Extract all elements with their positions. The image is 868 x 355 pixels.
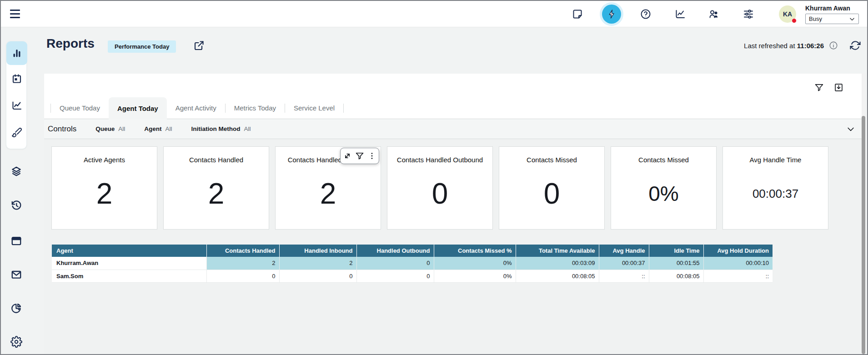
filter-initiation-method[interactable]: Initiation MethodAll [191, 125, 251, 132]
avatar-initials: KA [783, 10, 792, 18]
report-panel: Queue Today Agent Today Agent Activity M… [44, 74, 862, 354]
sidebar-item-pie-chart[interactable] [10, 302, 22, 314]
gear-icon [10, 336, 22, 348]
window-icon [10, 235, 22, 247]
report-badge: Performance Today [108, 40, 176, 53]
top-navigation-bar: KA Khurram Awan Busy [1, 1, 867, 27]
filter-agent[interactable]: AgentAll [144, 125, 172, 132]
tab-metrics-today[interactable]: Metrics Today [226, 97, 285, 119]
sidebar-item-history[interactable] [10, 200, 22, 211]
sidebar-item-calendar[interactable] [6, 65, 27, 92]
download-icon[interactable] [834, 83, 843, 92]
last-refreshed-time: 11:06:26 [797, 42, 824, 50]
kpi-card-active-agents: Active Agents 2 [51, 146, 157, 230]
kpi-card-contacts-handled: Contacts Handled 2 [163, 146, 269, 230]
column-header-agent[interactable]: Agent [52, 245, 206, 257]
sliders-icon[interactable] [743, 9, 754, 20]
external-link-icon[interactable] [194, 40, 205, 51]
calendar-icon [11, 73, 22, 84]
column-header-contacts-handled[interactable]: Contacts Handled [206, 245, 279, 257]
note-icon[interactable] [572, 9, 583, 20]
lightning-icon[interactable] [600, 2, 623, 26]
dashboard-canvas: Active Agents 2 Contacts Handled 2 Conta… [44, 139, 862, 354]
tab-queue-today[interactable]: Queue Today [51, 97, 109, 119]
layers-icon [10, 165, 22, 177]
controls-bar: Controls QueueAll AgentAll Initiation Me… [44, 119, 862, 139]
help-icon[interactable] [640, 9, 651, 20]
tab-service-level[interactable]: Service Level [285, 97, 343, 119]
pie-chart-icon [10, 302, 22, 314]
sidebar-item-layers[interactable] [10, 165, 22, 177]
sidebar-report-group [6, 41, 27, 149]
chevron-down-icon [849, 16, 855, 22]
table-header-row: Agent Contacts Handled Handled Inbound H… [52, 245, 773, 257]
column-header-avg-handle[interactable]: Avg Handle [599, 245, 649, 257]
filter-icon[interactable] [355, 151, 364, 160]
refresh-area: Last refreshed at 11:06:26 [744, 40, 861, 51]
kpi-cards-row: Active Agents 2 Contacts Handled 2 Conta… [51, 146, 828, 230]
status-select[interactable]: Busy [805, 14, 859, 24]
column-header-contacts-missed-pct[interactable]: Contacts Missed % [434, 245, 516, 257]
sidebar-item-settings[interactable] [10, 336, 22, 348]
column-header-handled-outbound[interactable]: Handled Outbound [356, 245, 434, 257]
column-header-total-time-available[interactable]: Total Time Available [516, 245, 599, 257]
expand-icon[interactable] [343, 151, 352, 160]
sidebar-item-bar-chart[interactable] [6, 41, 27, 65]
agents-table: Agent Contacts Handled Handled Inbound H… [52, 245, 773, 283]
mail-icon [10, 269, 22, 280]
kpi-card-contacts-missed: Contacts Missed 0 [499, 146, 605, 230]
column-header-handled-inbound[interactable]: Handled Inbound [279, 245, 356, 257]
user-name: Khurram Awan [805, 5, 860, 12]
metrics-icon[interactable] [675, 9, 686, 20]
avatar[interactable]: KA [779, 5, 796, 23]
refresh-icon[interactable] [850, 40, 861, 51]
kpi-card-avg-handle-time: Avg Handle Time 00:00:37 [722, 146, 828, 230]
menu-icon[interactable] [10, 10, 20, 18]
info-icon[interactable] [829, 41, 838, 50]
agent-name-cell: Sam.Som [52, 270, 206, 282]
column-header-avg-hold-duration[interactable]: Avg Hold Duration [703, 245, 773, 257]
left-sidebar [1, 27, 31, 354]
lightning-circle [602, 5, 621, 24]
tab-agent-today[interactable]: Agent Today [109, 97, 167, 120]
controls-label: Controls [48, 125, 76, 134]
table-row[interactable]: Sam.Som 0 0 0 0% 00:08:05 :: 00:08:05 :: [52, 270, 773, 282]
panel-toolbar [814, 83, 843, 92]
table-row[interactable]: Khurram.Awan 2 2 0 0% 00:03:09 00:00:37 … [52, 257, 773, 270]
widget-hover-toolbar [340, 148, 379, 164]
status-select-value: Busy [809, 15, 822, 22]
sidebar-item-line-chart[interactable] [6, 92, 27, 119]
kpi-card-contacts-handled-inbound: Contacts Handled Inbound 2 [275, 146, 381, 230]
vertical-scrollbar[interactable] [862, 116, 865, 354]
brush-icon [11, 127, 22, 138]
tab-agent-activity[interactable]: Agent Activity [167, 97, 225, 119]
last-refreshed-text: Last refreshed at 11:06:26 [744, 42, 824, 50]
users-icon[interactable] [708, 9, 719, 20]
sidebar-item-window[interactable] [10, 235, 22, 247]
page-title: Reports [46, 36, 95, 51]
tab-strip: Queue Today Agent Today Agent Activity M… [44, 97, 862, 119]
sidebar-item-mail[interactable] [10, 269, 22, 280]
user-block: Khurram Awan Busy [805, 5, 860, 24]
status-dot [792, 18, 797, 23]
kpi-card-contacts-handled-outbound: Contacts Handled Outbound 0 [387, 146, 493, 230]
bar-chart-icon [11, 48, 22, 59]
filter-icon[interactable] [814, 83, 824, 92]
column-header-idle-time[interactable]: Idle Time [649, 245, 703, 257]
history-icon [10, 200, 22, 211]
app-window: KA Khurram Awan Busy [0, 0, 868, 355]
line-chart-icon [11, 100, 22, 111]
chevron-down-icon[interactable] [846, 125, 855, 134]
sidebar-item-customize[interactable] [6, 119, 27, 145]
kebab-icon[interactable] [367, 151, 376, 160]
agent-name-cell: Khurram.Awan [52, 257, 206, 270]
kpi-card-contacts-missed-pct: Contacts Missed 0% [611, 146, 717, 230]
filter-queue[interactable]: QueueAll [95, 125, 125, 132]
